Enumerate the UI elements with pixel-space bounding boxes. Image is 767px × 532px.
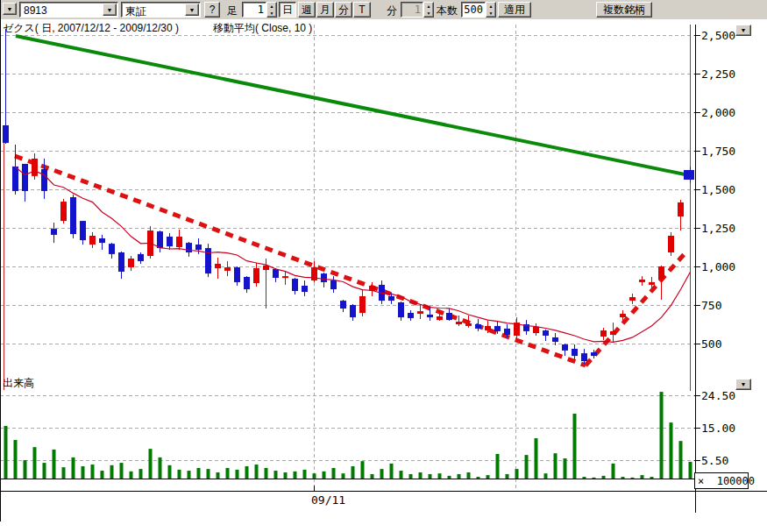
candle-body — [186, 243, 192, 252]
candle-body — [465, 323, 472, 326]
volume-bar — [458, 474, 461, 479]
candle-body — [3, 125, 9, 143]
volume-bar — [342, 473, 345, 479]
volume-bar — [515, 469, 519, 479]
candle-body — [581, 353, 587, 361]
volume-bar — [245, 466, 249, 479]
volume-bar — [265, 468, 268, 479]
volume-bar — [612, 464, 615, 479]
candle-body — [12, 167, 18, 191]
volume-bar — [535, 438, 538, 479]
candle-body — [388, 296, 394, 301]
volume-bar — [14, 440, 18, 479]
volume-bar — [429, 474, 432, 479]
candle-body — [321, 273, 327, 282]
volume-bar — [554, 453, 557, 479]
volume-bar — [679, 441, 683, 479]
volume-bar — [380, 469, 384, 479]
candle-body — [89, 236, 96, 245]
volume-bar — [284, 472, 288, 479]
candle-body — [591, 352, 597, 356]
candle-body — [359, 296, 366, 313]
candle-body — [417, 311, 423, 314]
volume-bar — [670, 422, 673, 479]
price-chart-svg[interactable]: 2,5002,2502,0001,7501,5001,2501,00075050… — [0, 0, 767, 532]
candle-body — [22, 164, 28, 191]
volume-bar — [217, 472, 220, 479]
candle-body — [99, 238, 105, 243]
candle-body — [234, 267, 240, 282]
candle-body — [398, 302, 404, 317]
candle-body — [157, 231, 163, 248]
volume-bar — [43, 463, 46, 479]
volume-pane-label: 出来高 — [3, 376, 34, 391]
candle-body — [118, 252, 124, 272]
candle-body — [70, 197, 76, 234]
volume-bar — [689, 462, 692, 479]
price-tick-label: 2,500 — [701, 29, 735, 42]
candle-body — [244, 277, 250, 289]
candle-body — [302, 286, 308, 292]
volume-bar — [593, 478, 596, 479]
volume-bar — [361, 461, 365, 479]
candle-body — [600, 330, 607, 337]
candle-body — [678, 202, 684, 216]
x-axis-tick-label: 09/11 — [311, 493, 345, 507]
volume-bar — [352, 466, 355, 479]
candle-body — [562, 344, 568, 351]
price-tick-label: 500 — [701, 337, 721, 351]
candle-body — [552, 337, 558, 342]
volume-bar — [168, 465, 172, 479]
volume-bar — [660, 392, 664, 479]
volume-bar — [130, 472, 133, 479]
price-axis-dropdown-button[interactable]: ▼ — [735, 25, 751, 36]
candle-body — [176, 237, 182, 247]
volume-bar — [197, 468, 201, 479]
price-tick-label: 2,250 — [701, 67, 735, 81]
trendline-handle — [684, 170, 694, 180]
volume-bar — [226, 468, 230, 479]
volume-bar — [467, 472, 471, 479]
candle-body — [215, 264, 221, 268]
candle-body — [128, 259, 134, 267]
volume-bar — [207, 469, 210, 479]
candle-body — [273, 269, 279, 278]
volume-bar — [120, 463, 124, 479]
candle-body — [51, 229, 57, 235]
candle-body — [639, 280, 645, 282]
volume-bar — [650, 477, 654, 479]
volume-bar — [323, 472, 326, 479]
price-tick-label: 2,000 — [701, 106, 735, 119]
volume-bar — [274, 471, 278, 479]
volume-bar — [438, 473, 442, 479]
candle-body — [224, 267, 231, 271]
volume-bar — [62, 467, 66, 479]
volume-bar — [159, 458, 162, 479]
volume-bar — [178, 470, 181, 479]
candle-body — [195, 245, 202, 250]
volume-bar — [24, 460, 27, 479]
volume-bar — [303, 470, 307, 479]
volume-bar — [631, 478, 635, 479]
volume-bar — [448, 476, 451, 479]
volume-bar — [188, 471, 191, 479]
volume-multiplier-box: × 100000 — [694, 472, 749, 489]
volume-axis-dropdown-button[interactable]: ▼ — [735, 379, 751, 390]
volume-bar — [506, 474, 509, 479]
volume-bar — [602, 476, 606, 479]
volume-bar — [525, 455, 529, 479]
volume-bar — [332, 468, 336, 479]
candle-body — [485, 326, 491, 330]
candle-body — [456, 322, 462, 324]
candle-body — [658, 266, 664, 280]
candle-body — [620, 314, 626, 317]
volume-bar — [573, 414, 577, 479]
volume-bar — [486, 475, 490, 479]
volume-tick-label: 15.00 — [701, 422, 735, 435]
chevron-down-icon: ▼ — [741, 27, 747, 33]
chevron-down-icon: ▼ — [741, 381, 747, 387]
volume-bar — [91, 465, 95, 479]
candle-body — [60, 202, 67, 221]
volume-bar — [101, 471, 104, 479]
candle-body — [138, 254, 144, 261]
